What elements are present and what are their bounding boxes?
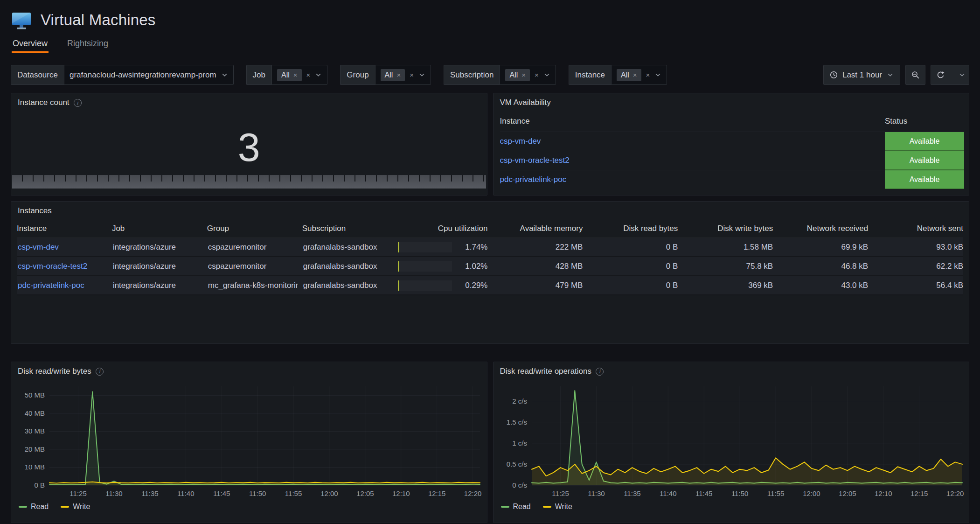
magnifier-minus-icon: [911, 71, 919, 79]
disk-bytes-chart[interactable]: 11:2511:3011:3511:4011:4511:5011:5512:00…: [15, 380, 484, 500]
cpu-utilization-value: 1.74%: [457, 243, 487, 252]
svg-text:12:15: 12:15: [910, 489, 928, 497]
cpu-utilization-cell: 1.74%: [397, 238, 488, 256]
legend-item-read[interactable]: Read: [19, 503, 49, 511]
column-header[interactable]: Disk read bytes: [587, 219, 678, 238]
svg-text:10 MB: 10 MB: [25, 463, 45, 471]
panel-title[interactable]: Instance count: [18, 98, 70, 107]
disk-write-bytes-cell: 369 kB: [682, 276, 773, 294]
remove-option-icon[interactable]: ×: [633, 71, 637, 78]
remove-option-icon[interactable]: ×: [521, 71, 526, 78]
remove-option-icon[interactable]: ×: [293, 71, 298, 78]
chevron-down-icon[interactable]: [543, 71, 550, 78]
chevron-down-icon[interactable]: [221, 71, 228, 78]
instance-link[interactable]: csp-vm-dev: [18, 243, 59, 252]
refresh-button[interactable]: [931, 65, 969, 85]
info-icon[interactable]: i: [596, 368, 604, 376]
clock-icon: [830, 71, 838, 79]
cpu-utilization-bar: [398, 242, 452, 252]
tab-rightsizing[interactable]: Rightsizing: [66, 35, 109, 53]
time-range-picker[interactable]: Last 1 hour: [823, 65, 900, 85]
column-header[interactable]: Cpu utilization: [397, 219, 488, 238]
legend-item-write[interactable]: Write: [543, 503, 572, 511]
remove-option-icon[interactable]: ×: [396, 71, 401, 78]
selected-option-chip[interactable]: All×: [277, 69, 302, 81]
instance-count-gauge: [12, 175, 486, 189]
job-cell: integrations/azure: [112, 238, 202, 256]
panel-disk-rw-operations: Disk read/write operations i 11:2511:301…: [493, 362, 970, 523]
chevron-down-icon[interactable]: [654, 71, 661, 78]
refresh-run-segment[interactable]: [931, 65, 950, 85]
panel-title[interactable]: Instances: [18, 206, 52, 216]
svg-text:20 MB: 20 MB: [25, 445, 45, 453]
legend-swatch: [19, 506, 27, 508]
info-icon[interactable]: i: [74, 99, 82, 107]
clear-icon[interactable]: ×: [535, 71, 539, 78]
chevron-down-icon[interactable]: [315, 71, 322, 78]
legend-label: Read: [31, 503, 49, 511]
svg-text:12:05: 12:05: [839, 489, 856, 497]
instance-link[interactable]: pdc-privatelink-poc: [500, 175, 885, 184]
datasource-picker: Datasource grafanacloud-awsintegrationre…: [11, 65, 234, 85]
variable-select[interactable]: All××: [611, 65, 667, 85]
refresh-interval-segment[interactable]: [955, 65, 969, 85]
disk-operations-chart[interactable]: 11:2511:3011:3511:4011:4511:5011:5512:00…: [497, 380, 966, 500]
column-header[interactable]: Disk write bytes: [682, 219, 773, 238]
panel-title[interactable]: Disk read/write bytes: [18, 367, 91, 376]
network-received-cell: 69.9 kB: [778, 238, 868, 256]
instance-link[interactable]: csp-vm-dev: [500, 137, 885, 146]
group-cell: cspazuremonitor: [207, 257, 298, 275]
clear-icon[interactable]: ×: [410, 71, 414, 78]
instance-link[interactable]: csp-vm-oracle-test2: [18, 262, 87, 271]
selected-option-chip[interactable]: All×: [617, 69, 641, 81]
column-header-status[interactable]: Status: [885, 117, 964, 126]
clear-icon[interactable]: ×: [306, 71, 311, 78]
column-header[interactable]: Group: [207, 219, 298, 238]
time-range-label: Last 1 hour: [842, 70, 882, 80]
selected-option-chip[interactable]: All×: [505, 69, 530, 81]
column-header[interactable]: Instance: [17, 219, 107, 238]
tab-overview[interactable]: Overview: [12, 35, 49, 53]
svg-text:0 B: 0 B: [34, 481, 45, 489]
variable-select[interactable]: All××: [271, 65, 327, 85]
column-header-instance[interactable]: Instance: [500, 117, 885, 126]
variable-select[interactable]: All××: [375, 65, 431, 85]
svg-text:11:25: 11:25: [552, 489, 569, 497]
legend-item-write[interactable]: Write: [61, 503, 90, 511]
panel-title[interactable]: VM Availability: [500, 98, 551, 107]
zoom-out-button[interactable]: [905, 65, 925, 85]
column-header[interactable]: Subscription: [302, 219, 393, 238]
svg-text:11:50: 11:50: [731, 489, 748, 497]
subscription-cell: grafanalabs-sandbox: [302, 238, 393, 256]
network-received-cell: 43.0 kB: [778, 276, 868, 294]
table-body: csp-vm-devintegrations/azurecspazuremoni…: [17, 238, 963, 295]
column-header[interactable]: Network sent: [873, 219, 963, 238]
svg-text:12:05: 12:05: [356, 489, 374, 497]
instance-link[interactable]: csp-vm-oracle-test2: [500, 156, 885, 165]
chart-legend: ReadWrite: [493, 500, 969, 516]
info-icon[interactable]: i: [96, 368, 104, 376]
chevron-down-icon[interactable]: [418, 71, 425, 78]
group-cell: mc_grafana-k8s-monitoring: [207, 276, 298, 294]
selected-option-chip[interactable]: All×: [381, 69, 405, 81]
svg-text:11:30: 11:30: [105, 489, 122, 497]
instance-link[interactable]: pdc-privatelink-poc: [18, 281, 84, 290]
network-sent-cell: 93.0 kB: [873, 238, 963, 256]
legend-swatch: [61, 506, 69, 508]
dashboard-controls: Datasource grafanacloud-awsintegrationre…: [11, 65, 969, 85]
table-header-row: InstanceJobGroupSubscriptionCpu utilizat…: [17, 219, 963, 238]
panel-title[interactable]: Disk read/write operations: [500, 367, 592, 376]
datasource-select[interactable]: grafanacloud-awsintegrationrevamp-prom: [64, 65, 234, 85]
legend-item-read[interactable]: Read: [501, 503, 531, 511]
column-header[interactable]: Job: [112, 219, 202, 238]
column-header[interactable]: Available memory: [492, 219, 583, 238]
variable-select[interactable]: All××: [500, 65, 556, 85]
svg-text:40 MB: 40 MB: [25, 409, 45, 417]
svg-text:12:20: 12:20: [464, 489, 482, 497]
variable-subscription: SubscriptionAll××: [444, 65, 556, 85]
table-row: csp-vm-oracle-test2integrations/azurecsp…: [17, 257, 963, 276]
time-controls: Last 1 hour: [823, 65, 969, 85]
clear-icon[interactable]: ×: [646, 71, 650, 78]
column-header[interactable]: Network received: [778, 219, 868, 238]
panel-instances: Instances InstanceJobGroupSubscriptionCp…: [11, 201, 969, 344]
